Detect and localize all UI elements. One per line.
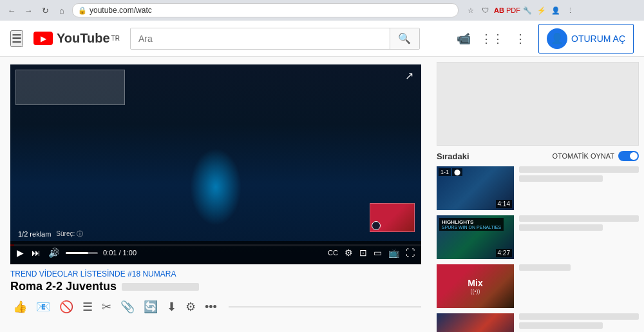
ad-thumbnail	[370, 203, 415, 232]
sign-in-label: OTURUM AÇ	[571, 34, 625, 44]
mix-overlay: Mix ((•))	[468, 278, 482, 295]
highlights-sub: SPURS WIN ON PENALTIES	[442, 225, 501, 229]
next-button[interactable]: ⏭	[30, 248, 42, 258]
sign-in-button[interactable]: 👤 OTURUM AÇ	[538, 24, 634, 54]
star-button[interactable]: ☆	[465, 5, 477, 16]
thumb-duration-2: 4:27	[496, 249, 512, 257]
theater-button[interactable]: ▭	[372, 248, 383, 258]
sidebar-section-header: Sıradaki OTOMATİK OYNAT	[437, 151, 639, 161]
volume-button[interactable]: 🔊	[47, 248, 61, 258]
block-button[interactable]: 🚫	[57, 297, 76, 317]
time-display: 0:01 / 1:00	[103, 249, 137, 257]
fullscreen-button[interactable]: ⛶	[404, 248, 416, 258]
video-title: Roma 2-2 Juventus	[10, 280, 421, 293]
ad-counter: 1/2 reklam	[18, 230, 51, 238]
forward-button[interactable]: →	[22, 4, 35, 17]
sidebar-video-item-3[interactable]: Mix ((•))	[437, 264, 639, 308]
extension2-icon[interactable]: ⚡	[536, 5, 547, 16]
video-background: ↗ 1/2 reklam Süreç: ⓘ ▶	[10, 64, 421, 264]
mix-text: Mix	[468, 278, 482, 288]
create-video-icon[interactable]: 📹	[453, 28, 474, 49]
video-controls: ▶ ⏭ 🔊 0:01 / 1:00 CC ⚙ ⊡ ▭ �	[10, 241, 421, 264]
volume-fill	[66, 252, 88, 254]
youtube-header: ☰ YouTubeTR 🔍 📹 ⋮⋮ ⋮ 👤 OTURUM AÇ	[0, 21, 644, 57]
sidebar-ad	[437, 62, 639, 146]
search-input[interactable]	[131, 28, 390, 49]
extension-icon[interactable]: 🔧	[522, 5, 533, 16]
play-button[interactable]: ▶	[15, 248, 25, 258]
sign-in-avatar-icon: 👤	[547, 28, 567, 49]
share-button-overlay[interactable]: ↗	[405, 70, 413, 82]
ad-skip-info: Süreç: ⓘ	[56, 229, 83, 239]
sidebar-video-item-1[interactable]: 1-1 ⬤ 4:14	[437, 166, 639, 210]
cast-button[interactable]: 📺	[387, 248, 401, 258]
video-actions: 👍 📧 🚫 ☰ ✂ 📎 🔄 ⬇ ⚙ •••	[10, 297, 421, 317]
title-placeholder-2	[519, 215, 639, 222]
title-placeholder-4	[519, 313, 639, 320]
header-right: 📹 ⋮⋮ ⋮ 👤 OTURUM AÇ	[453, 24, 634, 54]
sidebar-video-meta-1	[519, 166, 639, 210]
pdf-icon[interactable]: PDF	[507, 5, 519, 16]
youtube-logo-text: YouTube	[57, 31, 110, 46]
search-bar: 🔍	[130, 28, 420, 50]
right-controls: CC ⚙ ⊡ ▭ 📺 ⛶	[327, 248, 416, 258]
video-player: ↗ 1/2 reklam Süreç: ⓘ ▶	[10, 64, 421, 264]
ad-info-bar: 1/2 reklam Süreç: ⓘ	[10, 229, 421, 239]
lock-icon: 🔒	[78, 6, 87, 15]
autoplay-switch[interactable]	[618, 151, 639, 161]
sidebar-video-meta-3	[519, 264, 639, 308]
youtube-logo[interactable]: YouTubeTR	[33, 31, 120, 46]
sidebar-next-label: Sıradaki	[437, 151, 469, 161]
sidebar-thumb-3: Mix ((•))	[437, 264, 514, 308]
sidebar-video-item-2[interactable]: HIGHLIGHTS SPURS WIN ON PENALTIES 4:27	[437, 215, 639, 259]
refresh-button[interactable]: 🔄	[141, 297, 160, 317]
dislike-button[interactable]: 📧	[33, 297, 53, 317]
playlist-label: TREND VİDEOLAR LİSTESİNDE #18 NUMARA	[10, 269, 421, 278]
download-button[interactable]: ⬇	[164, 297, 179, 317]
sidebar: Sıradaki OTOMATİK OYNAT 1-1 ⬤ 4:14	[431, 57, 644, 332]
apps-grid-icon[interactable]: ⋮⋮	[482, 28, 502, 49]
sidebar-video-meta-4	[519, 313, 639, 332]
youtube-logo-icon	[33, 32, 53, 45]
address-bar[interactable]: 🔒 youtube.com/watc	[72, 3, 459, 17]
home-button[interactable]: ⌂	[55, 4, 68, 17]
user-account-icon[interactable]: 👤	[550, 5, 562, 16]
shield-icon[interactable]: 🛡	[479, 5, 491, 16]
mix-sub: ((•))	[468, 288, 482, 295]
sidebar-thumb-2: HIGHLIGHTS SPURS WIN ON PENALTIES 4:27	[437, 215, 514, 259]
reload-button[interactable]: ↻	[39, 4, 52, 17]
playlist-button[interactable]: ☰	[80, 297, 95, 317]
sidebar-thumb-4	[437, 313, 514, 332]
title-placeholder2-4	[519, 322, 603, 329]
clip-button[interactable]: 📎	[118, 297, 137, 317]
thumb-duration-1: 4:14	[496, 200, 512, 208]
more-options-icon[interactable]: ⋮	[510, 28, 531, 49]
ad-logo	[372, 221, 381, 230]
back-button[interactable]: ←	[5, 4, 18, 17]
hamburger-menu[interactable]: ☰	[10, 30, 23, 47]
highlights-text: HIGHLIGHTS	[442, 219, 501, 225]
sidebar-video-item-4[interactable]	[437, 313, 639, 332]
settings-button[interactable]: ⚙	[343, 248, 354, 258]
toggle-knob	[630, 152, 638, 160]
search-button[interactable]: 🔍	[390, 28, 419, 49]
thumb-badges-1: 1-1 ⬤	[439, 168, 462, 176]
youtube-region: TR	[111, 35, 120, 42]
sidebar-thumb-1: 1-1 ⬤ 4:14	[437, 166, 514, 210]
more-button[interactable]: •••	[202, 298, 220, 317]
highlights-overlay: HIGHLIGHTS SPURS WIN ON PENALTIES	[439, 218, 504, 231]
autoplay-toggle: OTOMATİK OYNAT	[552, 151, 639, 161]
divider	[229, 306, 421, 308]
ad-overlay	[15, 70, 125, 105]
like-button[interactable]: 👍	[10, 297, 30, 317]
captions-button[interactable]: CC	[327, 249, 339, 257]
share-button[interactable]: ⚙	[183, 297, 198, 317]
menu-dots-icon[interactable]: ⋮	[564, 5, 576, 16]
miniplayer-button[interactable]: ⊡	[358, 248, 368, 258]
title-placeholder2	[519, 175, 603, 182]
autoplay-label: OTOMATİK OYNAT	[552, 152, 614, 160]
scissors-button[interactable]: ✂	[99, 297, 114, 317]
adblock-icon[interactable]: AB	[493, 5, 505, 16]
volume-bar[interactable]	[66, 252, 98, 254]
sidebar-video-meta-2	[519, 215, 639, 259]
